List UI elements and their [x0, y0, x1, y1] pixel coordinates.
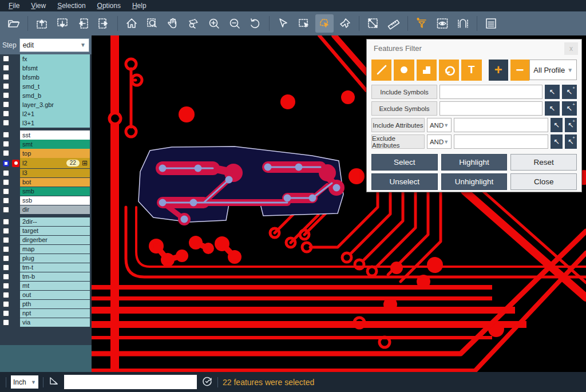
- features-filter-button[interactable]: [413, 14, 431, 33]
- layer-row-dir[interactable]: dir: [0, 205, 92, 215]
- work-layer-cell[interactable]: [11, 73, 20, 82]
- layer-name-bar[interactable]: 2dir--: [20, 217, 90, 227]
- pan-down-button[interactable]: [53, 14, 72, 33]
- rect-select-button[interactable]: [295, 14, 313, 33]
- layer-row-npt[interactable]: npt: [0, 309, 92, 318]
- exclude-symbols-input[interactable]: [440, 101, 543, 116]
- layer-checkbox[interactable]: [3, 188, 9, 195]
- layer-visibility-cell[interactable]: [0, 178, 11, 187]
- apply-button[interactable]: [201, 375, 213, 389]
- work-layer-cell[interactable]: [11, 149, 20, 158]
- layer-checkbox[interactable]: [3, 83, 9, 89]
- layer-visibility-cell[interactable]: [0, 73, 11, 82]
- layer-row-dirgerber[interactable]: dirgerber: [0, 236, 92, 245]
- layer-checkbox[interactable]: [3, 219, 9, 225]
- work-layer-cell[interactable]: [11, 178, 20, 187]
- highlight-button[interactable]: Highlight: [441, 154, 508, 171]
- layer-visibility-cell[interactable]: [0, 291, 11, 300]
- ruler-button[interactable]: [385, 14, 403, 33]
- layer-row-2dir--[interactable]: 2dir--: [0, 217, 92, 227]
- layer-name-bar[interactable]: l222⊞: [20, 158, 90, 168]
- layer-name-bar[interactable]: l2+1: [20, 109, 90, 118]
- layer-name-bar[interactable]: sst: [20, 130, 90, 140]
- layer-row-smd_t[interactable]: smd_t: [0, 82, 92, 91]
- layer-name-bar[interactable]: out: [20, 291, 90, 300]
- layer-visibility-cell[interactable]: [0, 217, 11, 227]
- include-attributes-input[interactable]: [454, 118, 548, 132]
- layer-checkbox[interactable]: [3, 274, 9, 280]
- include-attributes-pick-add-button[interactable]: ↖+: [565, 118, 577, 132]
- dialog-close-button[interactable]: x: [564, 42, 578, 55]
- layer-checkbox[interactable]: [3, 264, 9, 271]
- layer-name-bar[interactable]: via: [20, 318, 90, 327]
- pan-up-button[interactable]: [33, 14, 51, 33]
- layer-visibility-cell[interactable]: [0, 82, 11, 91]
- layer-panel-button[interactable]: [482, 14, 500, 33]
- layer-visibility-cell[interactable]: [0, 118, 11, 128]
- polygon-select-button[interactable]: [315, 14, 334, 33]
- layer-visibility-cell[interactable]: [0, 318, 11, 327]
- filter-remove-button[interactable]: −: [510, 60, 529, 81]
- unselect-button[interactable]: Unselect: [371, 173, 438, 190]
- measure-distance-button[interactable]: [364, 14, 382, 33]
- pan-hand-button[interactable]: [164, 14, 182, 33]
- layer-row-top[interactable]: top: [0, 149, 92, 158]
- work-layer-cell[interactable]: [11, 227, 20, 236]
- layer-checkbox[interactable]: [3, 132, 9, 138]
- zoom-window-button[interactable]: [143, 14, 161, 33]
- layer-checkbox[interactable]: [3, 179, 9, 185]
- layer-name-bar[interactable]: smb: [20, 187, 90, 196]
- layer-checkbox[interactable]: [3, 283, 9, 289]
- layer-row-mt[interactable]: mt: [0, 282, 92, 291]
- menu-item-view[interactable]: View: [26, 1, 51, 11]
- exclude-attributes-pick-button[interactable]: ↖: [551, 134, 563, 149]
- layer-row-ssb[interactable]: ssb: [0, 196, 92, 205]
- work-layer-cell[interactable]: [11, 91, 20, 100]
- zoom-previous-button[interactable]: [246, 14, 264, 33]
- zoom-polygon-button[interactable]: [184, 14, 203, 33]
- home-view-button[interactable]: [122, 14, 141, 33]
- layer-checkbox[interactable]: [3, 160, 9, 167]
- unhighlight-button[interactable]: Unhighlight: [441, 173, 508, 190]
- view-options-button[interactable]: [433, 14, 452, 33]
- work-layer-cell[interactable]: [11, 130, 20, 140]
- include-symbols-label[interactable]: Include Symbols: [371, 85, 437, 99]
- layer-visibility-cell[interactable]: [0, 100, 11, 109]
- work-layer-cell[interactable]: [11, 263, 20, 272]
- layer-visibility-cell[interactable]: [0, 54, 11, 64]
- work-layer-cell[interactable]: [11, 82, 20, 91]
- work-layer-cell[interactable]: [11, 272, 20, 282]
- layer-checkbox[interactable]: [3, 197, 9, 204]
- filter-surface-button[interactable]: [417, 60, 437, 81]
- exclude-symbols-label[interactable]: Exclude Symbols: [371, 101, 437, 116]
- layer-row-out[interactable]: out: [0, 291, 92, 300]
- exclude-attributes-pick-add-button[interactable]: ↖+: [565, 134, 577, 149]
- zoom-in-button[interactable]: [205, 14, 223, 33]
- work-layer-cell[interactable]: [11, 245, 20, 254]
- layer-name-bar[interactable]: pth: [20, 300, 90, 309]
- layer-checkbox[interactable]: [3, 246, 9, 252]
- layer-name-bar[interactable]: top: [20, 149, 90, 158]
- profile-select[interactable]: All Profile ▼: [529, 60, 577, 80]
- select-cursor-button[interactable]: [274, 14, 292, 33]
- layer-checkbox[interactable]: [3, 228, 9, 234]
- command-input[interactable]: [64, 375, 197, 389]
- angle-tool-button[interactable]: [48, 375, 60, 389]
- layer-name-bar[interactable]: mt: [20, 282, 90, 291]
- layer-row-smb[interactable]: smb: [0, 187, 92, 196]
- filter-text-button[interactable]: T: [461, 60, 481, 81]
- layer-name-bar[interactable]: layer_3.gbr: [20, 100, 90, 109]
- layer-checkbox[interactable]: [3, 292, 9, 298]
- layer-row-map[interactable]: map: [0, 245, 92, 254]
- filter-add-button[interactable]: +: [489, 60, 508, 81]
- open-file-button[interactable]: [5, 14, 23, 33]
- layer-name-bar[interactable]: dir: [20, 205, 90, 215]
- work-layer-cell[interactable]: [11, 282, 20, 291]
- layer-visibility-cell[interactable]: [0, 196, 11, 205]
- layer-name-bar[interactable]: bfsmt: [20, 64, 90, 73]
- work-layer-cell[interactable]: [11, 254, 20, 263]
- include-symbols-input[interactable]: [440, 85, 543, 99]
- layer-name-bar[interactable]: npt: [20, 309, 90, 318]
- layer-visibility-cell[interactable]: [0, 282, 11, 291]
- work-layer-cell[interactable]: [11, 54, 20, 64]
